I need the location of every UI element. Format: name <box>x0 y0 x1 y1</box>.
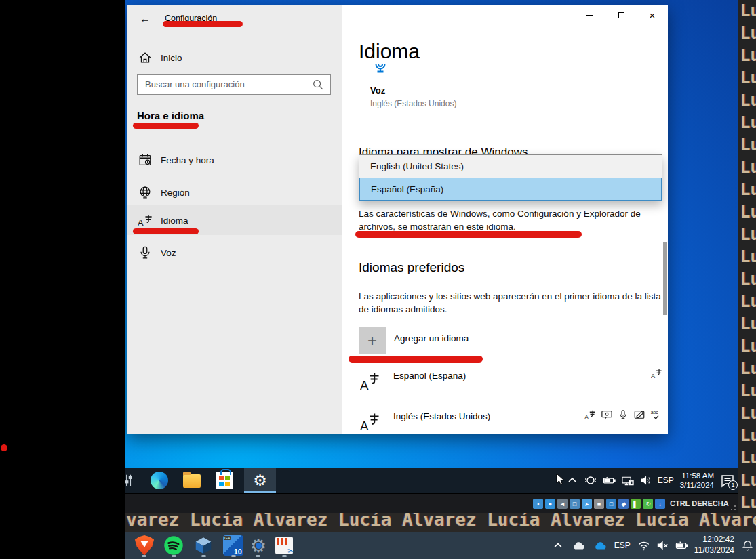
close-button[interactable]: × <box>637 5 668 25</box>
terminal-text-line: Lu <box>738 291 756 313</box>
preferred-languages-note: Las aplicaciones y los sitios web aparec… <box>359 290 665 316</box>
vm-date: 3/11/2024 <box>680 480 714 490</box>
dropdown-option-espanol[interactable]: Español (España) <box>359 178 662 201</box>
virtualbox-icon[interactable] <box>193 535 214 556</box>
preferred-languages-heading: Idiomas preferidos <box>359 260 464 275</box>
language-row-ingles[interactable]: A Inglés (Estados Unidos) A <box>360 409 662 434</box>
sidebar-item-fecha-y-hora[interactable]: Fecha y hora <box>127 145 342 175</box>
dropdown-option-english[interactable]: English (United States) <box>359 155 662 178</box>
vbox-harddisk-icon[interactable]: ▪ <box>533 499 543 509</box>
sidebar-item-label: Fecha y hora <box>161 155 214 165</box>
notification-bell-icon[interactable] <box>741 539 753 552</box>
vbox-download-icon[interactable]: ↓ <box>655 499 665 509</box>
microsoft-store-icon[interactable] <box>216 472 233 489</box>
network-tray-icon[interactable] <box>621 474 633 486</box>
translate-icon: A <box>138 213 153 228</box>
language-pack-cap-icon: A <box>584 409 596 421</box>
host-key-indicator: CTRL DERECHA <box>670 499 729 508</box>
sidebar-item-label: Idioma <box>161 215 188 226</box>
vbox-guest-tray-icon[interactable] <box>584 474 597 486</box>
sidebar-item-inicio[interactable]: Inicio <box>127 43 342 73</box>
language-name: Inglés (Estados Unidos) <box>393 411 490 421</box>
volume-muted-icon[interactable] <box>656 539 669 552</box>
add-language-button[interactable]: + Agregar un idioma <box>359 327 469 354</box>
home-icon <box>138 50 153 65</box>
scissors-icon: ✂ <box>287 546 294 556</box>
screenshot-root: ← Configuración × Inicio <box>0 0 756 559</box>
clipped-taskbar-icon[interactable] <box>125 473 133 488</box>
terminal-text-line: Lu <box>738 402 756 425</box>
vbox-recording-icon[interactable]: ◆ <box>618 499 629 509</box>
vbox-usb-icon[interactable]: ▸ <box>582 499 592 509</box>
vbox-mouse-icon[interactable]: ↻ <box>643 499 653 509</box>
display-language-note: Las características de Windows, como Con… <box>359 207 665 233</box>
host-language-indicator[interactable]: ESP <box>614 541 631 550</box>
host-settings-icon[interactable]: ⚙ <box>248 535 268 556</box>
vbox-features-icon[interactable]: ▌ <box>631 499 641 509</box>
voice-card-title[interactable]: Voz <box>370 85 385 96</box>
terminal-text-line: Lu <box>738 22 756 45</box>
onedrive-blue-cloud-icon[interactable] <box>593 539 608 552</box>
onedrive-white-cloud-icon[interactable] <box>571 539 586 552</box>
host-chevron-up-icon[interactable] <box>552 539 564 552</box>
battery-tray-icon[interactable] <box>603 474 615 486</box>
host-taskbar: G4 10 ⚙ ✂ ESP <box>125 532 756 559</box>
running-indicator <box>231 555 236 557</box>
windows10-vm-icon[interactable]: G4 10 <box>223 535 243 556</box>
speech-cap-icon <box>618 409 629 420</box>
terminal-text-line: Lu <box>738 313 756 335</box>
tray-chevron-up-icon[interactable] <box>566 474 578 486</box>
close-icon: × <box>650 10 656 20</box>
svg-text:A: A <box>651 373 656 379</box>
terminal-text-line: varez Lucía Álvarez Lucía Álvarez Lucía … <box>126 513 756 530</box>
host-battery-icon[interactable] <box>675 539 688 552</box>
svg-text:A: A <box>138 218 144 228</box>
sidebar-item-region[interactable]: Región <box>127 178 342 207</box>
maximize-button[interactable] <box>605 5 637 25</box>
vbox-optical-icon[interactable]: ● <box>545 499 555 509</box>
sidebar-item-voz[interactable]: Voz <box>127 238 342 268</box>
svg-text:A: A <box>360 378 369 392</box>
action-center-icon[interactable]: 1 <box>720 473 735 488</box>
search-input[interactable] <box>138 79 312 89</box>
scrollbar-thumb[interactable] <box>663 242 667 315</box>
settings-app-taskbar-button[interactable]: ⚙ <box>244 468 276 493</box>
maximize-icon <box>618 12 624 18</box>
mouse-cursor <box>556 473 565 486</box>
red-underline-idioma <box>133 228 199 234</box>
sidebar-item-label: Región <box>161 188 190 198</box>
screenshot-tool-icon[interactable]: ✂ <box>275 537 293 554</box>
resize-grip[interactable] <box>728 502 736 510</box>
running-indicator <box>282 555 287 557</box>
svg-text:abc: abc <box>651 410 659 415</box>
vbox-audio-icon[interactable]: ◄ <box>557 499 568 509</box>
back-button[interactable]: ← <box>135 10 155 28</box>
language-row-espanol[interactable]: A Español (España) A <box>360 368 662 406</box>
microphone-icon <box>138 245 153 260</box>
search-icon[interactable] <box>312 79 324 91</box>
notification-badge: 1 <box>728 480 738 490</box>
running-indicator <box>201 555 206 557</box>
brave-browser-icon[interactable] <box>134 535 155 556</box>
vm-clock[interactable]: 11:58 AM 3/11/2024 <box>680 471 714 491</box>
vbox-network-icon[interactable]: □ <box>570 499 580 509</box>
terminal-text-line: Lu <box>738 179 756 201</box>
file-explorer-icon[interactable] <box>183 474 201 488</box>
svg-text:A: A <box>584 413 589 420</box>
edge-browser-icon[interactable] <box>151 472 168 489</box>
spotify-icon[interactable] <box>163 535 184 556</box>
vbox-display-icon[interactable]: □ <box>606 499 616 509</box>
terminal-text-line: Lu <box>738 335 756 358</box>
vbox-shared-folders-icon[interactable]: ■ <box>594 499 604 509</box>
settings-search <box>137 74 331 95</box>
host-clock[interactable]: 12:02:42 11/03/2024 <box>694 535 734 556</box>
minimize-button[interactable] <box>574 5 605 25</box>
vm-language-indicator[interactable]: ESP <box>658 476 674 485</box>
terminal-text-line: Lu <box>738 201 756 224</box>
terminal-text-line: Lu <box>738 268 756 291</box>
terminal-text-line: Lu <box>738 89 756 112</box>
language-pack-icon: A <box>360 411 380 434</box>
wifi-icon[interactable] <box>637 539 650 552</box>
volume-tray-icon[interactable] <box>639 474 652 486</box>
red-underline-note <box>355 231 582 238</box>
